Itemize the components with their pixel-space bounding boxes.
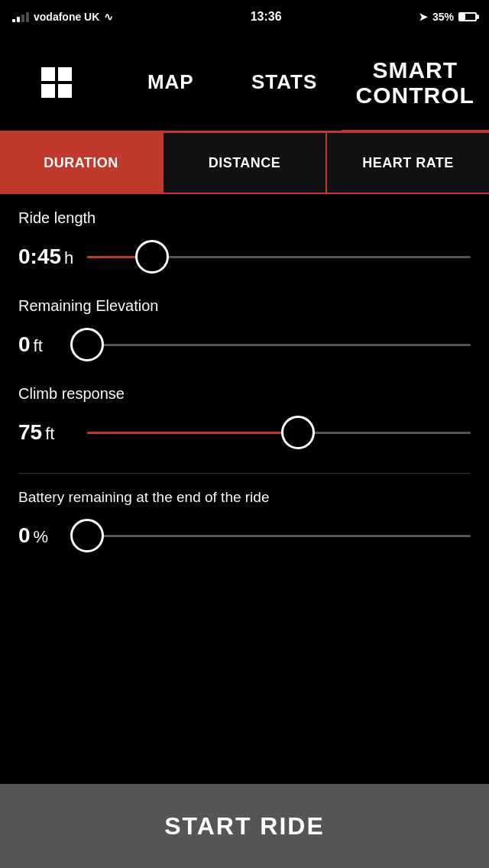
start-ride-label: START RIDE [164,812,325,840]
start-ride-button[interactable]: START RIDE [0,784,489,868]
climb-response-row: 75ft [18,413,471,452]
nav-logo-button[interactable] [0,34,114,131]
battery-remaining-group: Battery remaining at the end of the ride… [18,489,471,555]
status-bar: vodafone UK ∿ 13:36 ➤ 35% [0,0,489,34]
climb-response-group: Climb response 75ft [18,385,471,452]
battery-icon [458,12,477,21]
climb-response-label: Climb response [18,385,471,403]
battery-remaining-row: 0% [18,517,471,555]
ride-length-group: Ride length 0:45h [18,209,471,276]
nav-bar: MAP STATS SMARTCONTROL [0,34,489,133]
battery-remaining-slider[interactable] [87,517,471,555]
battery-remaining-label: Battery remaining at the end of the ride [18,489,471,506]
climb-response-thumb[interactable] [281,416,315,449]
location-icon: ➤ [419,11,428,23]
status-left: vodafone UK ∿ [12,11,113,23]
remaining-elevation-track [87,344,471,346]
nav-stats-button[interactable]: STATS [228,34,342,131]
climb-response-slider[interactable] [87,413,471,452]
nav-map-label: MAP [147,70,194,94]
nav-map-button[interactable]: MAP [114,34,228,131]
signal-bars-icon [12,12,29,22]
tabs-bar: DURATION DISTANCE HEART RATE [0,133,489,194]
time-label: 13:36 [251,10,282,24]
nav-stats-label: STATS [251,70,317,94]
tab-distance[interactable]: DISTANCE [164,133,327,193]
remaining-elevation-slider[interactable] [87,326,471,364]
battery-remaining-thumb[interactable] [70,519,104,552]
ride-length-value: 0:45h [18,245,87,269]
remaining-elevation-thumb[interactable] [70,328,104,361]
ride-length-thumb[interactable] [135,240,169,274]
wifi-icon: ∿ [104,11,113,23]
ride-length-slider[interactable] [87,238,471,276]
tab-duration[interactable]: DURATION [0,133,164,193]
tab-duration-label: DURATION [44,155,118,171]
grid-icon [41,67,72,98]
battery-remaining-track [87,535,471,537]
carrier-label: vodafone UK [34,11,99,23]
sliders-section: Ride length 0:45h Remaining Elevation 0f… [0,194,489,585]
battery-percent-label: 35% [432,11,454,23]
remaining-elevation-group: Remaining Elevation 0ft [18,297,471,364]
tab-heart-rate[interactable]: HEART RATE [327,133,489,193]
tab-distance-label: DISTANCE [209,155,281,171]
climb-response-fill [87,432,298,434]
nav-smart-control-button[interactable]: SMARTCONTROL [342,34,489,131]
remaining-elevation-row: 0ft [18,326,471,364]
remaining-elevation-label: Remaining Elevation [18,297,471,315]
status-right: ➤ 35% [419,11,477,23]
ride-length-row: 0:45h [18,238,471,276]
climb-response-value: 75ft [18,420,87,445]
tab-heart-rate-label: HEART RATE [362,155,454,171]
ride-length-label: Ride length [18,209,471,227]
active-underline [342,130,489,133]
nav-smart-control-label: SMARTCONTROL [356,57,474,108]
section-divider [18,473,471,474]
